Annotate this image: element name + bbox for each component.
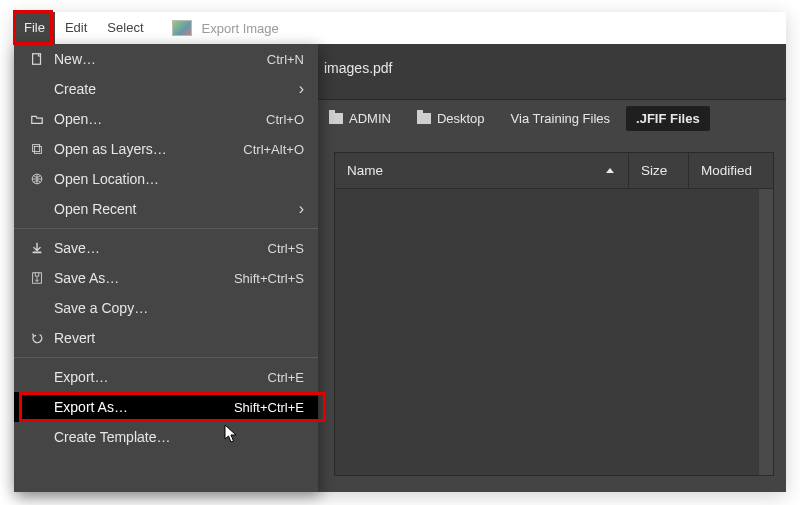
open-icon	[24, 112, 50, 126]
path-breadcrumb: ADMIN Desktop Via Training Files .JFIF F…	[319, 100, 776, 136]
path-seg-label: Via Training Files	[511, 111, 610, 126]
column-size[interactable]: Size	[629, 153, 689, 188]
menu-item-shortcut: Shift+Ctrl+S	[234, 271, 304, 286]
save-icon	[24, 241, 50, 255]
path-seg-via-training[interactable]: Via Training Files	[501, 106, 620, 131]
file-browser: Name Size Modified	[334, 152, 774, 476]
folder-icon	[417, 113, 431, 124]
menu-item-shortcut: Ctrl+N	[267, 52, 304, 67]
menu-select-label: Select	[107, 12, 143, 44]
column-modified[interactable]: Modified	[689, 153, 773, 188]
menu-item-label: Open as Layers…	[50, 141, 243, 157]
globe-icon	[24, 172, 50, 186]
svg-rect-1	[33, 145, 40, 152]
menu-item-label: Export As…	[50, 399, 234, 415]
menu-edit-label: Edit	[65, 12, 87, 44]
revert-icon	[24, 331, 50, 345]
menubar: File Edit Select Export Image	[14, 12, 786, 44]
vertical-scrollbar[interactable]	[759, 189, 773, 475]
menu-item-label: Open…	[50, 111, 266, 127]
menu-separator	[14, 228, 318, 229]
menu-item-new[interactable]: New…Ctrl+N	[14, 44, 318, 74]
menu-item-create-template[interactable]: Create Template…	[14, 422, 318, 452]
menu-item-label: Save As…	[50, 270, 234, 286]
menu-file-label: File	[24, 12, 45, 44]
menu-edit[interactable]: Edit	[55, 12, 97, 44]
menu-item-create[interactable]: Create›	[14, 74, 318, 104]
menu-item-export[interactable]: Export…Ctrl+E	[14, 362, 318, 392]
menu-item-export-as[interactable]: Export As…Shift+Ctrl+E	[14, 392, 318, 422]
menu-item-shortcut: Ctrl+E	[268, 370, 304, 385]
document-thumbnail-icon	[172, 20, 192, 36]
path-seg-label: ADMIN	[349, 111, 391, 126]
menu-item-open-recent[interactable]: Open Recent›	[14, 194, 318, 224]
menu-item-shortcut: Ctrl+S	[268, 241, 304, 256]
menu-item-label: New…	[50, 51, 267, 67]
path-seg-admin[interactable]: ADMIN	[319, 106, 401, 131]
menu-separator	[14, 357, 318, 358]
app-window: File Edit Select Export Image images.pdf…	[14, 12, 786, 492]
path-seg-desktop[interactable]: Desktop	[407, 106, 495, 131]
menu-item-label: Create	[50, 81, 290, 97]
export-filename[interactable]: images.pdf	[324, 54, 392, 82]
menu-item-label: Save…	[50, 240, 268, 256]
menu-item-label: Save a Copy…	[50, 300, 304, 316]
chevron-right-icon: ›	[290, 200, 304, 218]
menu-item-shortcut: Shift+Ctrl+E	[234, 400, 304, 415]
menu-item-shortcut: Ctrl+O	[266, 112, 304, 127]
saveas-icon	[24, 271, 50, 285]
file-browser-columns: Name Size Modified	[335, 153, 773, 189]
menu-item-label: Open Location…	[50, 171, 304, 187]
path-seg-jfif-files[interactable]: .JFIF Files	[626, 106, 710, 131]
menu-item-label: Open Recent	[50, 201, 290, 217]
menu-item-label: Revert	[50, 330, 304, 346]
column-size-label: Size	[641, 163, 667, 178]
column-name-label: Name	[347, 163, 383, 178]
menu-item-save-as[interactable]: Save As…Shift+Ctrl+S	[14, 263, 318, 293]
layers-icon	[24, 142, 50, 156]
column-name[interactable]: Name	[335, 153, 629, 188]
menu-item-open-as-layers[interactable]: Open as Layers…Ctrl+Alt+O	[14, 134, 318, 164]
path-seg-label: .JFIF Files	[636, 111, 700, 126]
export-filename-text: images.pdf	[324, 60, 392, 76]
menu-item-open-location[interactable]: Open Location…	[14, 164, 318, 194]
menu-item-label: Export…	[50, 369, 268, 385]
menu-item-save[interactable]: Save…Ctrl+S	[14, 233, 318, 263]
column-modified-label: Modified	[701, 163, 752, 178]
file-menu-dropdown: New…Ctrl+NCreate›Open…Ctrl+OOpen as Laye…	[14, 44, 318, 492]
sort-ascending-icon	[604, 165, 616, 177]
menu-file[interactable]: File	[14, 12, 55, 44]
menu-select[interactable]: Select	[97, 12, 153, 44]
menu-item-label: Create Template…	[50, 429, 304, 445]
svg-rect-4	[33, 252, 42, 254]
chevron-right-icon: ›	[290, 80, 304, 98]
svg-rect-2	[34, 146, 41, 153]
menu-item-open[interactable]: Open…Ctrl+O	[14, 104, 318, 134]
folder-icon	[329, 113, 343, 124]
menu-item-save-a-copy[interactable]: Save a Copy…	[14, 293, 318, 323]
path-seg-label: Desktop	[437, 111, 485, 126]
menu-item-shortcut: Ctrl+Alt+O	[243, 142, 304, 157]
document-title: Export Image	[202, 12, 279, 44]
menu-item-revert[interactable]: Revert	[14, 323, 318, 353]
file-browser-body[interactable]	[335, 189, 759, 475]
new-icon	[24, 52, 50, 66]
